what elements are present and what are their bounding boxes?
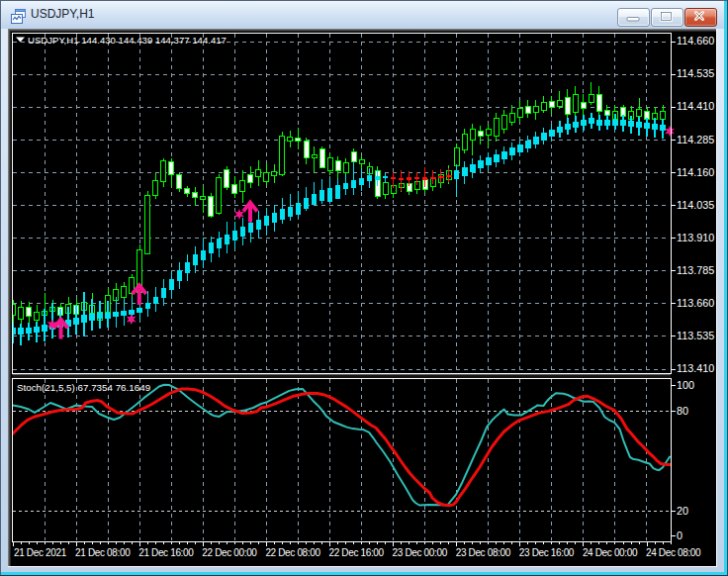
svg-text:24 Dec 08:00: 24 Dec 08:00 bbox=[646, 547, 701, 558]
svg-text:100: 100 bbox=[677, 379, 694, 391]
svg-text:80: 80 bbox=[677, 405, 688, 417]
svg-text:22 Dec 08:00: 22 Dec 08:00 bbox=[265, 547, 320, 558]
svg-text:114.035: 114.035 bbox=[677, 199, 714, 211]
svg-text:113.535: 113.535 bbox=[677, 330, 714, 341]
svg-text:0: 0 bbox=[677, 529, 682, 541]
svg-text:21 Dec 2021: 21 Dec 2021 bbox=[14, 547, 67, 558]
svg-text:114.285: 114.285 bbox=[677, 134, 714, 145]
svg-text:22 Dec 00:00: 22 Dec 00:00 bbox=[202, 547, 257, 558]
svg-text:USDJPY,H1 144.430 144.439 144.: USDJPY,H1 144.430 144.439 144.377 144.41… bbox=[28, 35, 227, 46]
svg-text:24 Dec 00:00: 24 Dec 00:00 bbox=[583, 547, 638, 558]
svg-text:114.535: 114.535 bbox=[677, 67, 714, 79]
svg-text:Stoch(21,5,5) 67.7354 76.1649: Stoch(21,5,5) 67.7354 76.1649 bbox=[17, 382, 150, 393]
svg-text:23 Dec 08:00: 23 Dec 08:00 bbox=[456, 547, 511, 558]
svg-text:23 Dec 00:00: 23 Dec 00:00 bbox=[393, 547, 448, 558]
svg-text:20: 20 bbox=[677, 505, 688, 517]
svg-text:21 Dec 08:00: 21 Dec 08:00 bbox=[75, 547, 131, 558]
svg-text:114.160: 114.160 bbox=[677, 166, 714, 178]
svg-text:113.410: 113.410 bbox=[677, 362, 714, 374]
svg-text:113.660: 113.660 bbox=[677, 297, 714, 309]
svg-text:114.660: 114.660 bbox=[677, 35, 714, 47]
svg-text:22 Dec 16:00: 22 Dec 16:00 bbox=[329, 547, 385, 558]
svg-text:23 Dec 16:00: 23 Dec 16:00 bbox=[519, 547, 575, 558]
svg-text:113.910: 113.910 bbox=[677, 232, 714, 243]
svg-text:114.410: 114.410 bbox=[677, 100, 714, 112]
svg-text:113.785: 113.785 bbox=[677, 264, 714, 276]
svg-text:21 Dec 16:00: 21 Dec 16:00 bbox=[138, 547, 194, 558]
